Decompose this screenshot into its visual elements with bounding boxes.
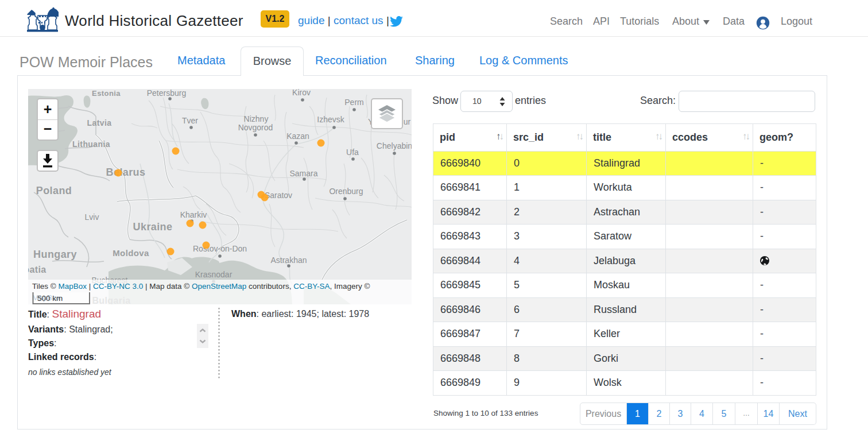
svg-text:Ufa: Ufa (346, 148, 359, 157)
svg-text:Latvia: Latvia (87, 118, 112, 127)
svg-text:Petersburg: Petersburg (147, 89, 186, 98)
svg-text:Orenburg: Orenburg (329, 187, 363, 196)
svg-text:Krasnodar: Krasnodar (195, 270, 232, 279)
svg-text:Izhevsk: Izhevsk (317, 115, 344, 124)
svg-text:Tver: Tver (182, 116, 198, 125)
svg-text:Ukraine: Ukraine (133, 221, 173, 233)
svg-text:Lviv: Lviv (85, 212, 99, 222)
svg-text:Nizhny: Nizhny (244, 114, 269, 123)
svg-text:Lithuania: Lithuania (72, 140, 110, 149)
svg-text:Astrakhan: Astrakhan (270, 256, 307, 265)
svg-text:Belarus: Belarus (106, 167, 146, 178)
svg-text:Samara: Samara (289, 169, 317, 178)
svg-text:Tiles © MapBox | CC-BY-NC 3.0: Tiles © MapBox | CC-BY-NC 3.0 | Map data… (32, 282, 370, 291)
svg-text:oatia: oatia (28, 265, 46, 274)
svg-text:Hungary: Hungary (33, 249, 77, 260)
svg-text:Rostov-on-Don: Rostov-on-Don (193, 244, 247, 253)
svg-text:Kharkiv: Kharkiv (180, 210, 207, 219)
svg-text:Novgorod: Novgorod (238, 123, 273, 132)
svg-text:Estonia: Estonia (92, 89, 121, 98)
svg-text:Kirov: Kirov (292, 89, 311, 97)
svg-text:Perm: Perm (344, 98, 363, 107)
svg-text:Moldova: Moldova (113, 248, 149, 258)
svg-text:ur: ur (404, 117, 411, 126)
svg-text:Poland: Poland (36, 185, 72, 196)
svg-text:Kazan: Kazan (286, 131, 309, 141)
svg-text:Chelyabin: Chelyabin (377, 141, 412, 150)
svg-text:Saratov: Saratov (265, 191, 292, 200)
svg-text:500 km: 500 km (37, 294, 63, 303)
